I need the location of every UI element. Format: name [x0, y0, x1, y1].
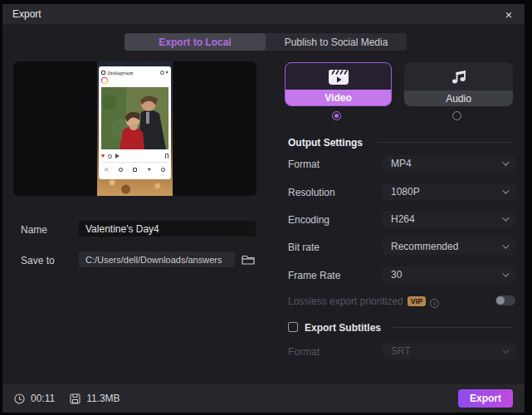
format-label: Format — [288, 159, 320, 170]
vip-badge: VIP — [408, 296, 427, 306]
dialog-footer: 00:11 11.3MB Export — [2, 384, 525, 413]
format-value: MP4 — [391, 158, 412, 169]
encoding-dropdown[interactable]: H264 — [383, 211, 515, 227]
media-type-video-card[interactable]: Video — [285, 62, 392, 106]
instagram-frame-overlay: Instagram — [99, 66, 171, 179]
bookmark-icon — [165, 154, 168, 159]
comment-icon — [108, 154, 112, 159]
share-icon — [115, 154, 120, 159]
chevron-down-icon — [502, 187, 509, 193]
instagram-actions-row: ♥ — [101, 152, 168, 160]
info-icon[interactable]: i — [430, 299, 439, 308]
encoding-label: Encoding — [288, 214, 329, 226]
name-label: Name — [21, 224, 47, 236]
instagram-header: Instagram — [101, 69, 168, 76]
export-subtitles-label: Export Subtitles — [305, 322, 381, 334]
toggle-knob — [496, 296, 505, 305]
lossless-export-text: Lossless export prioritized — [288, 295, 403, 307]
subtitle-format-value: SRT — [391, 345, 411, 357]
frame-rate-label: Frame Rate — [288, 270, 340, 281]
reels-icon — [133, 168, 137, 172]
camera-icon — [101, 71, 105, 75]
output-settings-title: Output Settings — [288, 137, 363, 149]
subtitle-format-label: Format — [288, 346, 320, 358]
frame-rate-value: 30 — [391, 269, 402, 281]
video-preview-frame: Instagram — [97, 61, 173, 196]
dm-icon — [160, 71, 164, 75]
chevron-down-icon — [502, 159, 509, 165]
profile-icon — [161, 168, 165, 172]
chevron-down-icon — [502, 214, 509, 221]
lossless-toggle[interactable] — [495, 295, 515, 305]
subtitle-format-dropdown: SRT — [383, 343, 515, 359]
bit-rate-dropdown[interactable]: Recommended — [383, 238, 515, 255]
export-dialog-screen: Export × Export to Local Publish to Soci… — [0, 0, 532, 415]
chevron-down-icon — [502, 346, 509, 353]
resolution-dropdown[interactable]: 1080P — [383, 183, 515, 200]
divider — [101, 162, 168, 163]
export-dialog: Export × Export to Local Publish to Soci… — [2, 4, 525, 413]
like-heart-icon: ♥ — [101, 153, 105, 159]
music-note-icon — [404, 62, 513, 90]
story-ring-icon — [101, 77, 108, 84]
send-icon — [166, 71, 168, 74]
duration-value: 00:11 — [31, 393, 55, 404]
tab-publish-to-social-media[interactable]: Publish to Social Media — [266, 33, 407, 51]
audio-radio-button[interactable] — [452, 111, 461, 120]
name-input[interactable] — [79, 221, 256, 237]
clock-icon — [14, 393, 25, 404]
search-icon — [119, 168, 123, 172]
export-destination-tabs: Export to Local Publish to Social Media — [124, 33, 407, 51]
chevron-down-icon — [502, 270, 509, 276]
couple-photo — [101, 87, 168, 149]
resolution-label: Resolution — [288, 187, 335, 198]
save-to-label: Save to — [21, 255, 55, 266]
encoding-value: H264 — [391, 213, 415, 225]
duration-indicator: 00:11 — [14, 393, 55, 404]
save-disk-icon — [70, 393, 81, 404]
export-button[interactable]: Export — [458, 389, 513, 408]
dialog-title: Export — [12, 8, 41, 20]
media-type-audio-card[interactable]: Audio — [404, 62, 513, 106]
filesize-value: 11.3MB — [86, 393, 120, 404]
activity-heart-icon: ♥ — [148, 166, 151, 173]
chevron-down-icon — [502, 242, 509, 248]
format-dropdown[interactable]: MP4 — [383, 155, 515, 172]
frame-rate-dropdown[interactable]: 30 — [383, 266, 515, 283]
home-icon: ⌂ — [105, 165, 108, 173]
video-card-label: Video — [286, 90, 391, 105]
tab-export-to-local[interactable]: Export to Local — [124, 33, 266, 51]
video-clip-icon — [286, 63, 391, 90]
divider — [393, 327, 513, 328]
dialog-titlebar: Export — [2, 4, 525, 24]
filesize-indicator: 11.3MB — [70, 393, 120, 404]
browse-folder-icon[interactable] — [241, 252, 256, 267]
save-to-input[interactable] — [79, 251, 235, 267]
bit-rate-value: Recommended — [391, 241, 458, 252]
instagram-nav-row: ⌂ ♥ — [101, 164, 168, 174]
video-radio-button[interactable] — [332, 111, 341, 120]
close-icon[interactable]: × — [501, 7, 516, 22]
lossless-export-label: Lossless export prioritizedVIPi — [288, 295, 439, 308]
divider — [378, 142, 513, 143]
bit-rate-label: Bit rate — [288, 242, 320, 253]
audio-card-label: Audio — [404, 90, 513, 106]
export-subtitles-checkbox[interactable] — [288, 322, 298, 332]
video-preview-panel: Instagram — [13, 61, 256, 196]
instagram-logo: Instagram — [107, 70, 133, 76]
resolution-value: 1080P — [391, 186, 420, 198]
